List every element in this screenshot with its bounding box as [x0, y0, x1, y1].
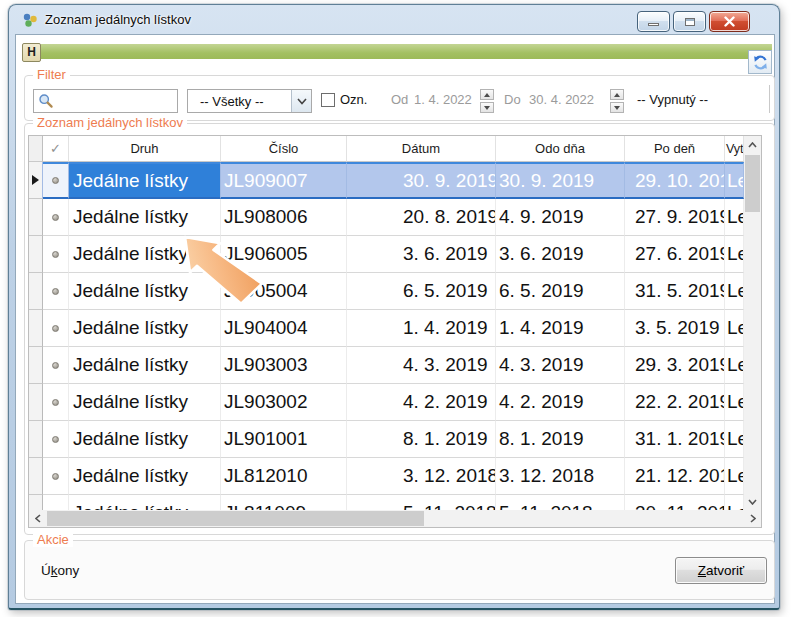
header-cislo[interactable]: Číslo	[221, 136, 347, 162]
do-spin-down-icon[interactable]	[610, 102, 624, 113]
cell-datum[interactable]: 30. 9. 2019	[347, 162, 496, 199]
search-input[interactable]	[33, 89, 178, 113]
table-row[interactable]: Jedálne lístky JL904004 1. 4. 2019 1. 4.…	[29, 310, 744, 347]
header-datum[interactable]: Dátum	[347, 136, 496, 162]
cell-cislo[interactable]: JL901001	[221, 421, 347, 458]
cell-po-den[interactable]: 31. 1. 2019	[625, 421, 725, 458]
od-date-spinner[interactable]	[480, 89, 494, 113]
cell-odo-dna[interactable]: 4. 3. 2019	[496, 347, 625, 384]
header-check[interactable]: ✓	[43, 136, 69, 162]
cell-druh[interactable]: Jedálne lístky	[69, 162, 221, 199]
cell-odo-dna[interactable]: 4. 2. 2019	[496, 384, 625, 421]
cell-po-den[interactable]: 30. 11. 2018	[625, 495, 725, 510]
cell-po-den[interactable]: 27. 9. 2019	[625, 199, 725, 236]
do-spin-up-icon[interactable]	[610, 89, 624, 100]
row-check-cell[interactable]	[43, 162, 69, 199]
type-select[interactable]: -- Všetky --	[187, 89, 312, 113]
row-check-cell[interactable]	[43, 199, 69, 236]
table-row[interactable]: Jedálne lístky JL903002 4. 2. 2019 4. 2.…	[29, 384, 744, 421]
row-check-cell[interactable]	[43, 347, 69, 384]
table-row[interactable]: Jedálne lístky JL905004 6. 5. 2019 6. 5.…	[29, 273, 744, 310]
cell-datum[interactable]: 4. 3. 2019	[347, 347, 496, 384]
zatvorit-button[interactable]: Zatvoriť	[675, 557, 767, 584]
cell-odo-dna[interactable]: 5. 11. 2018	[496, 495, 625, 510]
titlebar[interactable]: Zoznam jedálnych lístkov	[9, 5, 779, 34]
row-check-cell[interactable]	[43, 458, 69, 495]
table-row[interactable]: Jedálne lístky JL908006 20. 8. 2019 4. 9…	[29, 199, 744, 236]
cell-odo-dna[interactable]: 4. 9. 2019	[496, 199, 625, 236]
row-check-cell[interactable]	[43, 384, 69, 421]
cell-druh[interactable]: Jedálne lístky	[69, 236, 221, 273]
cell-cislo[interactable]: JL812010	[221, 458, 347, 495]
header-odo-dna[interactable]: Odo dňa	[496, 136, 625, 162]
cell-vyt[interactable]: Le	[725, 495, 744, 510]
type-select-arrow[interactable]	[291, 90, 311, 112]
cell-po-den[interactable]: 31. 5. 2019	[625, 273, 725, 310]
cell-vyt[interactable]: Le	[725, 162, 744, 199]
cell-druh[interactable]: Jedálne lístky	[69, 384, 221, 421]
horizontal-scrollbar[interactable]	[29, 510, 761, 527]
cell-cislo[interactable]: JL903003	[221, 347, 347, 384]
cell-datum[interactable]: 8. 1. 2019	[347, 421, 496, 458]
cell-odo-dna[interactable]: 1. 4. 2019	[496, 310, 625, 347]
horizontal-scroll-thumb[interactable]	[47, 511, 424, 526]
cell-vyt[interactable]: Le	[725, 236, 744, 273]
refresh-button[interactable]	[748, 50, 772, 74]
cell-vyt[interactable]: Le	[725, 458, 744, 495]
cell-cislo[interactable]: JL903002	[221, 384, 347, 421]
table-row[interactable]: Jedálne lístky JL909007 30. 9. 2019 30. …	[29, 162, 744, 199]
minimize-button[interactable]	[637, 11, 670, 32]
cell-odo-dna[interactable]: 6. 5. 2019	[496, 273, 625, 310]
cell-odo-dna[interactable]: 3. 6. 2019	[496, 236, 625, 273]
cell-po-den[interactable]: 21. 12. 2018	[625, 458, 725, 495]
header-vyt[interactable]: Vyt	[725, 136, 744, 162]
cell-cislo[interactable]: JL909007	[221, 162, 347, 199]
cell-vyt[interactable]: Le	[725, 199, 744, 236]
od-spin-up-icon[interactable]	[480, 89, 494, 100]
cell-vyt[interactable]: Le	[725, 347, 744, 384]
od-spin-down-icon[interactable]	[480, 102, 494, 113]
cell-po-den[interactable]: 3. 5. 2019	[625, 310, 725, 347]
row-check-cell[interactable]	[43, 273, 69, 310]
cell-vyt[interactable]: Le	[725, 310, 744, 347]
cell-druh[interactable]: Jedálne lístky	[69, 273, 221, 310]
row-check-cell[interactable]	[43, 495, 69, 510]
scroll-left-button[interactable]	[29, 510, 46, 527]
cell-datum[interactable]: 6. 5. 2019	[347, 273, 496, 310]
cell-po-den[interactable]: 22. 2. 2019	[625, 384, 725, 421]
cell-druh[interactable]: Jedálne lístky	[69, 347, 221, 384]
cell-datum[interactable]: 5. 11. 2018	[347, 495, 496, 510]
state-select-value[interactable]: -- Vypnutý --	[637, 92, 708, 107]
table-row[interactable]: Jedálne lístky JL811009 5. 11. 2018 5. 1…	[29, 495, 744, 510]
table-row[interactable]: Jedálne lístky JL903003 4. 3. 2019 4. 3.…	[29, 347, 744, 384]
cell-po-den[interactable]: 29. 3. 2019	[625, 347, 725, 384]
cell-cislo[interactable]: JL905004	[221, 273, 347, 310]
vertical-scroll-thumb[interactable]	[745, 155, 760, 212]
od-date-value[interactable]: 1. 4. 2022	[414, 92, 472, 107]
cell-odo-dna[interactable]: 8. 1. 2019	[496, 421, 625, 458]
table-row[interactable]: Jedálne lístky JL812010 3. 12. 2018 3. 1…	[29, 458, 744, 495]
cell-datum[interactable]: 20. 8. 2019	[347, 199, 496, 236]
cell-vyt[interactable]: Le	[725, 384, 744, 421]
cell-vyt[interactable]: Le	[725, 421, 744, 458]
cell-vyt[interactable]: Le	[725, 273, 744, 310]
scroll-down-button[interactable]	[744, 493, 761, 510]
cell-druh[interactable]: Jedálne lístky	[69, 421, 221, 458]
row-check-cell[interactable]	[43, 421, 69, 458]
header-po-den[interactable]: Po deň	[625, 136, 725, 162]
h-toolbar-button[interactable]: H	[22, 43, 41, 62]
row-check-cell[interactable]	[43, 310, 69, 347]
cell-po-den[interactable]: 29. 10. 2019	[625, 162, 725, 199]
cell-datum[interactable]: 1. 4. 2019	[347, 310, 496, 347]
row-check-cell[interactable]	[43, 236, 69, 273]
cell-druh[interactable]: Jedálne lístky	[69, 310, 221, 347]
cell-druh[interactable]: Jedálne lístky	[69, 199, 221, 236]
cell-cislo[interactable]: JL908006	[221, 199, 347, 236]
cell-druh[interactable]: Jedálne lístky	[69, 458, 221, 495]
close-window-button[interactable]	[709, 11, 750, 32]
cell-cislo[interactable]: JL906005	[221, 236, 347, 273]
cell-cislo[interactable]: JL811009	[221, 495, 347, 510]
cell-odo-dna[interactable]: 30. 9. 2019	[496, 162, 625, 199]
cell-druh[interactable]: Jedálne lístky	[69, 495, 221, 510]
vertical-scrollbar[interactable]	[744, 136, 761, 510]
